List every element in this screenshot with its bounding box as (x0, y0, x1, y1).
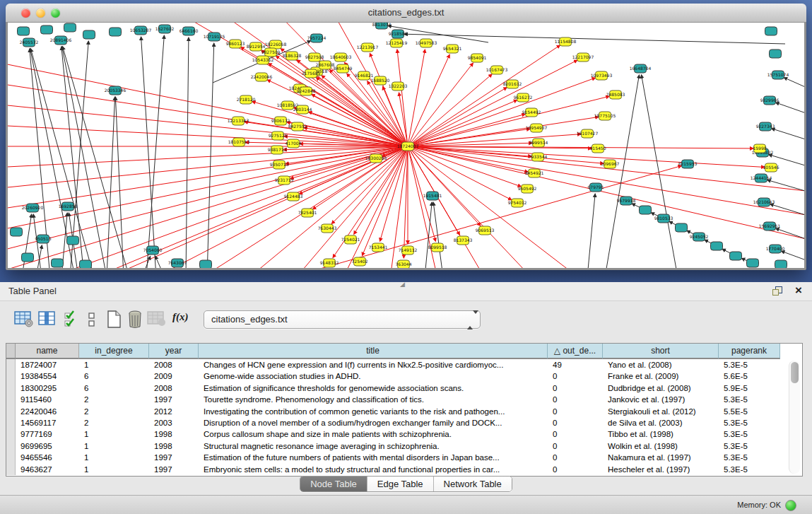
table-cell[interactable]: 1 (79, 428, 149, 440)
table-cell[interactable]: 0 (548, 464, 603, 475)
graph-node[interactable] (676, 223, 688, 232)
table-cell[interactable]: 0 (548, 370, 603, 382)
column-header-in_degree[interactable]: in_degree (79, 344, 149, 359)
table-row[interactable]: 946554611997Estimation of the future num… (6, 452, 802, 463)
table-cell[interactable]: Wolkin et al. (1998) (603, 440, 719, 452)
table-cell[interactable]: Genome-wide association studies in ADHD. (199, 370, 548, 382)
table-cell[interactable]: 0 (548, 394, 603, 405)
table-cell[interactable]: de Silva et al. (2003) (603, 417, 719, 428)
table-cell[interactable]: 2012 (149, 406, 199, 417)
table-cell[interactable]: 1 (79, 359, 149, 370)
table-cell[interactable]: 2008 (149, 359, 199, 370)
column-header-title[interactable]: title (199, 344, 548, 359)
graph-node[interactable] (52, 259, 64, 267)
float-panel-icon[interactable] (772, 286, 782, 296)
table-cell[interactable]: 5.6E-5 (719, 370, 780, 382)
table-cell[interactable]: 5.3E-5 (719, 464, 780, 475)
graph-node[interactable] (765, 27, 777, 35)
table-cell[interactable]: 1997 (149, 464, 199, 475)
network-canvas[interactable]: 2405572208914061065328715276026466160107… (8, 23, 804, 268)
table-row[interactable]: 946362711997Embryonic stem cells: a mode… (6, 464, 802, 475)
delete-icon[interactable] (127, 310, 144, 329)
column-header-short[interactable]: short (603, 344, 719, 359)
table-row[interactable]: 969969511998Structural magnetic resonanc… (6, 440, 802, 452)
table-cell[interactable]: Yano et al. (2008) (603, 359, 719, 370)
table-cell[interactable]: Investigating the contribution of common… (199, 406, 548, 417)
table-cell[interactable]: 18724007 (16, 359, 79, 370)
table-cell[interactable]: 49 (548, 359, 603, 370)
table-cell[interactable]: 5.3E-5 (719, 359, 780, 370)
graph-node[interactable] (110, 28, 122, 36)
table-cell[interactable]: 18300295 (16, 382, 79, 394)
graph-node[interactable] (770, 49, 782, 58)
table-settings-icon[interactable] (14, 310, 34, 327)
column-header-year[interactable]: year (149, 344, 199, 359)
table-cell[interactable]: 19384554 (16, 370, 79, 382)
table-cell[interactable]: 5.3E-5 (719, 417, 780, 428)
graph-node[interactable] (83, 30, 95, 39)
graph-node[interactable] (11, 228, 23, 236)
new-table-icon[interactable] (106, 310, 123, 329)
table-cell[interactable]: Stergiakouli et al. (2012) (603, 406, 719, 417)
table-cell[interactable]: Hescheler et al. (1997) (603, 464, 719, 475)
graph-node[interactable] (711, 242, 723, 250)
table-row[interactable]: 1938455462009Genome-wide association stu… (6, 370, 802, 382)
column-header-out_de[interactable]: △ out_de... (548, 344, 603, 359)
table-cell[interactable]: 2008 (149, 382, 199, 394)
graph-node[interactable] (64, 23, 76, 32)
table-cell[interactable]: 1997 (149, 394, 199, 405)
graph-node[interactable] (80, 260, 92, 268)
table-cell[interactable]: Corpus callosum shape and size in male p… (199, 428, 548, 440)
table-cell[interactable]: Changes of HCN gene expression and I(f) … (199, 359, 548, 370)
table-cell[interactable]: 9115460 (16, 394, 79, 405)
table-selector-dropdown[interactable]: citations_edges.txt (204, 310, 481, 329)
table-cell[interactable]: Nakamura et al. (1997) (603, 452, 719, 463)
table-cell[interactable]: 5.3E-5 (719, 440, 780, 452)
table-cell[interactable]: 5.5E-5 (719, 406, 780, 417)
graph-node[interactable] (22, 253, 34, 262)
graph-node[interactable] (67, 236, 79, 245)
tab-network-table[interactable]: Network Table (434, 477, 512, 491)
scrollbar-thumb[interactable] (791, 362, 799, 383)
table-cell[interactable]: 14569117 (16, 417, 79, 428)
vertical-scrollbar[interactable] (789, 361, 800, 474)
function-builder-icon[interactable]: f(x) (172, 311, 189, 323)
table-cell[interactable]: 0 (548, 406, 603, 417)
graph-node[interactable] (18, 27, 30, 35)
table-cell[interactable]: Tourette syndrome. Phenomenology and cla… (199, 394, 548, 405)
table-cell[interactable]: Franke et al. (2009) (603, 370, 719, 382)
graph-node[interactable] (41, 25, 53, 34)
table-cell[interactable]: 5.9E-5 (719, 382, 780, 394)
memory-status-indicator[interactable] (785, 500, 796, 511)
tab-node-table[interactable]: Node Table (300, 477, 367, 491)
table-cell[interactable]: 1 (79, 464, 149, 475)
table-cell[interactable]: 5.3E-5 (719, 428, 780, 440)
table-row[interactable]: 911546021997Tourette syndrome. Phenomeno… (6, 394, 802, 405)
table-cell[interactable]: 1997 (149, 452, 199, 463)
table-cell[interactable]: 0 (548, 440, 603, 452)
table-cell[interactable]: Structural magnetic resonance image aver… (199, 440, 548, 452)
graph-node[interactable] (747, 259, 759, 267)
table-cell[interactable]: 5.3E-5 (719, 452, 780, 463)
table-cell[interactable]: Embryonic stem cells: a model to study s… (199, 464, 548, 475)
column-header-name[interactable]: name (16, 344, 79, 359)
window-titlebar[interactable]: citations_edges.txt (6, 4, 806, 23)
table-cell[interactable]: 0 (548, 382, 603, 394)
table-cell[interactable]: 2 (79, 406, 149, 417)
table-cell[interactable]: 9465546 (16, 452, 79, 463)
table-cell[interactable]: 9777169 (16, 428, 79, 440)
table-cell[interactable]: 5.3E-5 (719, 394, 780, 405)
table-row[interactable]: 1830029562008Estimation of significance … (6, 382, 802, 394)
table-cell[interactable]: 2 (79, 417, 149, 428)
unselect-columns-icon[interactable] (88, 310, 96, 329)
table-cell[interactable]: 2003 (149, 417, 199, 428)
table-cell[interactable]: 9699695 (16, 440, 79, 452)
table-cell[interactable]: 6 (79, 382, 149, 394)
table-row[interactable]: 1456911722003Disruption of a novel membe… (6, 417, 802, 428)
table-row[interactable]: 1872400712008Changes of HCN gene express… (6, 359, 802, 370)
table-cell[interactable]: 1998 (149, 440, 199, 452)
column-header-pagerank[interactable]: pagerank (719, 344, 780, 359)
table-cell[interactable]: 9463627 (16, 464, 79, 475)
table-cell[interactable]: 1 (79, 440, 149, 452)
graph-node[interactable] (200, 260, 212, 268)
